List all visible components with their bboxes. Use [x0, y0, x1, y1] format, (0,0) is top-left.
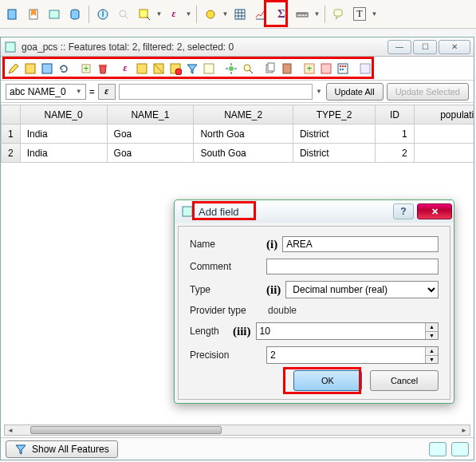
- cell[interactable]: North Goa: [194, 124, 293, 144]
- reload-icon[interactable]: [56, 61, 72, 77]
- cancel-button[interactable]: Cancel: [370, 370, 439, 391]
- text-annotation-icon[interactable]: T: [350, 5, 369, 24]
- table-row[interactable]: 1 India Goa North Goa District 1 81: [2, 124, 474, 144]
- delete-feature-trash-icon[interactable]: [95, 61, 111, 77]
- update-all-button[interactable]: Update All: [326, 83, 384, 101]
- dropdown-arrow-icon[interactable]: ▼: [222, 10, 229, 18]
- paste-icon[interactable]: [279, 61, 295, 77]
- dropdown-arrow-icon[interactable]: ▼: [316, 88, 323, 95]
- action-icon[interactable]: [201, 5, 220, 24]
- cell[interactable]: Goa: [107, 144, 194, 163]
- spin-up-icon[interactable]: ▲: [425, 323, 438, 332]
- svg-rect-2: [49, 10, 59, 18]
- column-header[interactable]: population: [414, 105, 474, 124]
- field-select-combo[interactable]: abc NAME_0 ▼: [6, 84, 86, 100]
- deselect-icon[interactable]: [167, 61, 183, 77]
- dropdown-arrow-icon[interactable]: ▼: [371, 10, 378, 18]
- column-header[interactable]: NAME_0: [20, 105, 107, 124]
- form-view-toggle[interactable]: [429, 442, 446, 456]
- scrollbar-thumb[interactable]: [30, 426, 222, 434]
- row-number-cell[interactable]: 1: [2, 124, 21, 144]
- sigma-icon[interactable]: Σ: [272, 5, 291, 24]
- new-field-icon[interactable]: +: [301, 61, 317, 77]
- multi-edit-icon[interactable]: [22, 61, 38, 77]
- spin-down-icon[interactable]: ▼: [425, 332, 438, 340]
- identify-tool-icon[interactable]: [3, 5, 22, 24]
- add-feature-icon[interactable]: +: [78, 61, 94, 77]
- precision-input[interactable]: [267, 347, 425, 363]
- stats-graph-icon[interactable]: [251, 5, 270, 24]
- cell[interactable]: 1: [376, 124, 415, 144]
- type-select[interactable]: Decimal number (real): [285, 281, 439, 298]
- spin-up-icon[interactable]: ▲: [425, 347, 438, 356]
- window-maximize-button[interactable]: ☐: [413, 40, 437, 54]
- ok-button[interactable]: OK: [293, 370, 362, 391]
- select-rect-icon[interactable]: [135, 5, 154, 24]
- bookmarks-icon[interactable]: [45, 5, 64, 24]
- delete-field-icon[interactable]: [318, 61, 334, 77]
- scroll-left-icon[interactable]: ◄: [5, 425, 16, 435]
- column-header[interactable]: TYPE_2: [293, 105, 375, 124]
- copy-icon[interactable]: [262, 61, 278, 77]
- cell[interactable]: District: [293, 124, 375, 144]
- dialog-help-button[interactable]: ?: [393, 203, 414, 219]
- identify-info-icon[interactable]: i: [93, 5, 112, 24]
- chevron-down-icon: ▼: [76, 88, 82, 95]
- window-close-button[interactable]: ✕: [439, 40, 470, 54]
- comment-field[interactable]: [266, 259, 439, 274]
- column-header[interactable]: NAME_2: [194, 105, 293, 124]
- zoom-out-icon[interactable]: [114, 5, 133, 24]
- move-top-icon[interactable]: [201, 61, 217, 77]
- cell[interactable]: District: [293, 144, 375, 163]
- show-all-features-button[interactable]: Show All Features: [6, 440, 118, 458]
- dropdown-arrow-icon[interactable]: ▼: [155, 10, 163, 18]
- table-view-toggle[interactable]: [451, 442, 469, 456]
- maptip-icon[interactable]: [329, 5, 348, 24]
- name-field[interactable]: [282, 236, 439, 252]
- cell[interactable]: 81: [414, 124, 474, 144]
- cell[interactable]: India: [20, 124, 107, 144]
- dialog-titlebar: Add field ? ✕: [175, 200, 454, 223]
- svg-rect-22: [204, 64, 214, 73]
- invert-selection-icon[interactable]: [151, 61, 167, 77]
- scroll-right-icon[interactable]: ►: [458, 425, 470, 435]
- dropdown-arrow-icon[interactable]: ▼: [185, 10, 192, 18]
- spin-down-icon[interactable]: ▼: [425, 356, 438, 364]
- row-number-cell[interactable]: 2: [2, 144, 21, 163]
- open-attribute-table-icon[interactable]: [230, 5, 250, 24]
- expression-builder-button[interactable]: ε: [98, 84, 116, 100]
- select-eps-icon[interactable]: ε: [117, 61, 133, 77]
- length-input[interactable]: [257, 323, 426, 339]
- cell[interactable]: Goa: [107, 124, 194, 144]
- dialog-close-button[interactable]: ✕: [417, 203, 452, 219]
- cell[interactable]: South Goa: [194, 144, 293, 163]
- precision-stepper[interactable]: ▲▼: [266, 346, 439, 364]
- expression-eps-icon[interactable]: ε: [164, 5, 183, 24]
- expression-input[interactable]: [119, 84, 313, 100]
- column-header[interactable]: NAME_1: [107, 105, 194, 124]
- window-minimize-button[interactable]: —: [387, 40, 411, 54]
- table-row[interactable]: 2 India Goa South Goa District 2 63: [2, 144, 474, 163]
- pan-to-selected-icon[interactable]: [223, 61, 239, 77]
- db-icon[interactable]: [65, 5, 85, 24]
- new-bookmark-icon[interactable]: [24, 5, 43, 24]
- zoom-to-selected-icon[interactable]: [240, 61, 256, 77]
- horizontal-scrollbar[interactable]: ◄ ►: [4, 424, 470, 436]
- length-stepper[interactable]: ▲▼: [256, 322, 439, 340]
- toggle-edit-pencil-icon[interactable]: [6, 61, 22, 77]
- field-combo-label: abc NAME_0: [10, 86, 66, 97]
- precision-label: Precision: [190, 349, 263, 361]
- conditional-format-icon[interactable]: [357, 61, 373, 77]
- measure-icon[interactable]: [293, 5, 312, 24]
- save-edits-icon[interactable]: [39, 61, 55, 77]
- filter-funnel-icon[interactable]: [184, 61, 200, 77]
- column-header[interactable]: ID: [376, 105, 415, 124]
- cell[interactable]: 2: [376, 144, 415, 163]
- cell[interactable]: India: [20, 144, 107, 163]
- cell[interactable]: 63: [414, 144, 474, 163]
- expression-bar: abc NAME_0 ▼ = ε ▼ Update All Update Sel…: [1, 81, 474, 103]
- dropdown-arrow-icon[interactable]: ▼: [313, 10, 321, 18]
- update-selected-button: Update Selected: [387, 83, 469, 101]
- select-all-icon[interactable]: [134, 61, 150, 77]
- field-calc-abacus-icon[interactable]: [335, 61, 351, 77]
